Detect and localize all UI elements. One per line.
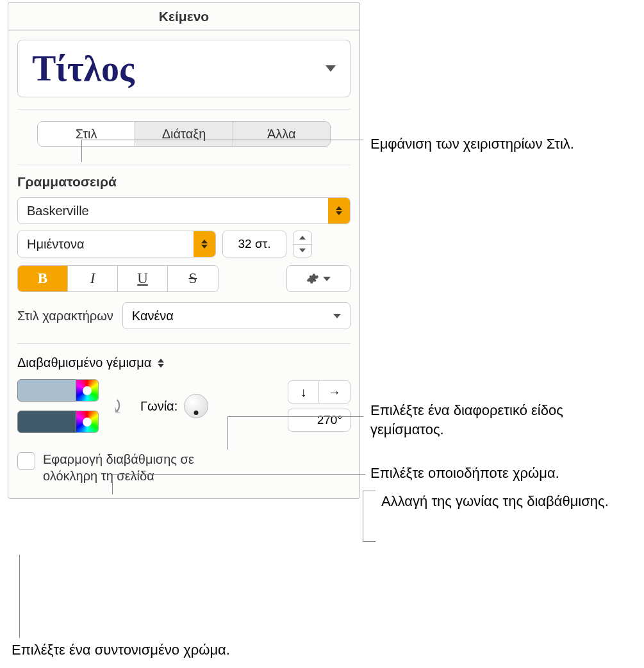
strikethrough-button[interactable]: S [168,266,218,291]
font-size-field[interactable]: 32 στ. [222,231,286,257]
underline-button[interactable]: U [118,266,168,291]
font-weight-dropdown[interactable]: Ημιέντονα [17,231,216,257]
apply-gradient-checkbox[interactable] [17,452,35,470]
fill-type-value: Διαβαθμισμένο γέμισμα [17,355,151,370]
advanced-options-button[interactable] [286,265,351,292]
stepper-down-icon[interactable] [293,245,311,257]
updown-icon [158,359,164,368]
paragraph-style-picker[interactable]: Τίτλος [17,40,351,97]
bold-button[interactable]: B [18,266,68,291]
angle-direction-segment: ↓ → [288,380,351,403]
dropdown-stepper-icon [328,198,350,224]
paragraph-style-label: Τίτλος [32,48,135,89]
callout-angle: Αλλαγή της γωνίας της διαβάθμισης. [381,492,609,511]
leader-line [19,555,20,638]
callout-any-color: Επιλέξτε οποιοδήποτε χρώμα. [370,464,559,483]
angle-down-button[interactable]: ↓ [288,381,319,403]
leader-line [81,140,363,162]
font-size-stepper[interactable] [293,231,312,257]
callout-style-tab: Εμφάνιση των χειριστηρίων Στιλ. [370,134,574,154]
leader-line [227,416,363,450]
dropdown-stepper-icon [194,231,215,257]
gradient-color-2-swatch[interactable] [17,411,76,433]
angle-dial[interactable] [184,394,208,418]
angle-right-button[interactable]: → [319,381,350,403]
fill-type-dropdown[interactable]: Διαβαθμισμένο γέμισμα [17,355,164,370]
text-style-segment: B I U S [17,265,219,292]
divider [17,109,351,110]
callout-tuned-color: Επιλέξτε ένα συντονισμένο χρώμα. [12,640,230,660]
character-style-value: Κανένα [132,309,174,323]
divider [17,343,351,344]
chevron-down-icon [326,65,336,72]
swap-colors-icon[interactable]: ⤸ [110,396,125,417]
angle-label: Γωνία: [140,399,178,414]
font-section-header: Γραμματοσειρά [17,165,351,190]
color-wheel-2[interactable] [76,411,99,433]
character-style-label: Στιλ χαρακτήρων [17,309,113,323]
gear-icon [306,272,319,285]
font-weight-value: Ημιέντονα [18,237,85,252]
stepper-up-icon[interactable] [293,231,311,245]
italic-button[interactable]: I [68,266,118,291]
font-family-value: Baskerville [18,204,89,218]
leader-line [112,474,365,494]
callout-fill-type: Επιλέξτε ένα διαφορετικό είδος γεμίσματο… [370,401,640,439]
chevron-down-icon [323,277,331,281]
panel-title: Κείμενο [8,3,359,31]
color-wheel-1[interactable] [76,379,99,402]
character-style-dropdown[interactable]: Κανένα [122,302,351,329]
font-family-dropdown[interactable]: Baskerville [17,197,351,224]
leader-bracket [363,491,376,542]
chevron-down-icon [333,314,341,318]
gradient-color-1-swatch[interactable] [17,379,76,402]
